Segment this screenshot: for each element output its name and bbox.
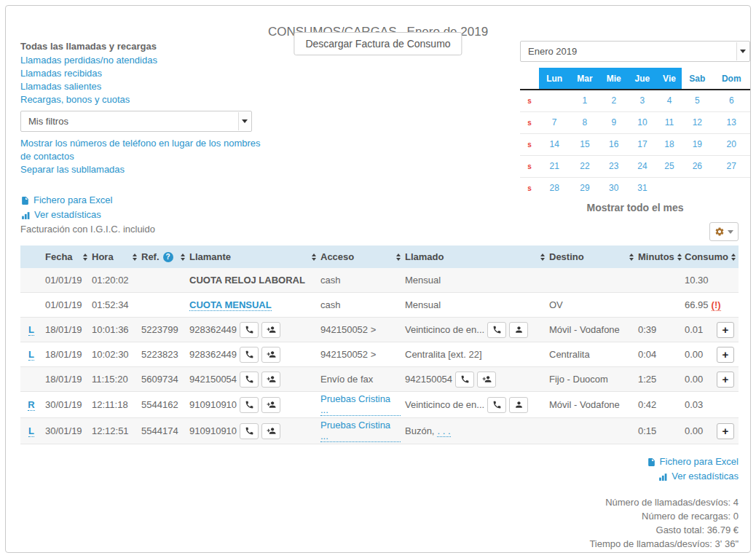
- stats-link[interactable]: Ver estadísticas: [672, 469, 739, 484]
- sort-arrows-icon[interactable]: [540, 254, 545, 261]
- calendar-day-15[interactable]: 15: [580, 139, 589, 149]
- help-icon[interactable]: ?: [163, 252, 173, 262]
- toggle-link-1[interactable]: Separar las subllamadas: [20, 163, 264, 176]
- calendar-day-6[interactable]: 6: [729, 95, 734, 106]
- calendar-day-21[interactable]: 21: [550, 161, 559, 171]
- calendar-weekday-mie[interactable]: Mie: [599, 68, 628, 90]
- calendar-day-16[interactable]: 16: [609, 139, 618, 149]
- expand-row-button[interactable]: +: [717, 423, 734, 439]
- stats-link[interactable]: Ver estadísticas: [34, 208, 101, 222]
- person-add-icon: [481, 374, 492, 384]
- calendar-weekday-dom[interactable]: Dom: [713, 68, 750, 90]
- sort-arrows-icon[interactable]: [677, 254, 682, 261]
- week-select-link[interactable]: s: [520, 111, 539, 133]
- calendar-day-30[interactable]: 30: [609, 183, 618, 193]
- week-select-link[interactable]: s: [520, 90, 539, 111]
- excel-link[interactable]: Fichero para Excel: [34, 193, 112, 208]
- filter-link-3[interactable]: Recargas, bonos y cuotas: [20, 93, 272, 106]
- calendar-day-24[interactable]: 24: [637, 161, 647, 171]
- add-contact-button[interactable]: [261, 372, 280, 388]
- calendar-weekday-jue[interactable]: Jue: [628, 68, 657, 90]
- week-select-link[interactable]: s: [520, 155, 539, 177]
- calendar-day-25[interactable]: 25: [664, 161, 674, 171]
- calendar-day-12[interactable]: 12: [693, 117, 702, 127]
- calendar-day-7[interactable]: 7: [552, 117, 557, 127]
- calendar-day-20[interactable]: 20: [727, 139, 736, 149]
- add-contact-button[interactable]: [261, 397, 280, 413]
- sort-arrows-icon[interactable]: [133, 254, 137, 261]
- access-link[interactable]: Pruebas Cristina ...: [320, 393, 401, 416]
- caller-link[interactable]: CUOTA MENSUAL: [189, 299, 272, 311]
- calendar-weekday-sab[interactable]: Sab: [682, 68, 712, 90]
- add-contact-button[interactable]: [261, 347, 280, 363]
- call-type-link[interactable]: L: [28, 349, 34, 361]
- called-more-link[interactable]: . . .: [437, 425, 450, 437]
- add-contact-button[interactable]: [477, 372, 496, 388]
- calendar-weekday-mar[interactable]: Mar: [570, 68, 599, 90]
- sort-arrows-icon[interactable]: [83, 254, 87, 261]
- phone-handset-icon: [245, 374, 254, 384]
- calendar-day-26[interactable]: 26: [693, 161, 702, 171]
- call-button[interactable]: [487, 397, 506, 413]
- call-button[interactable]: [240, 322, 259, 338]
- calendar-day-22[interactable]: 22: [580, 161, 589, 171]
- calendar-day-18[interactable]: 18: [664, 139, 674, 149]
- call-type-link[interactable]: R: [28, 399, 34, 411]
- calendar-day-13[interactable]: 13: [727, 117, 736, 127]
- month-select[interactable]: Enero 2019: [520, 41, 750, 62]
- sort-arrows-icon[interactable]: [731, 254, 736, 261]
- calendar-day-23[interactable]: 23: [609, 161, 618, 171]
- week-select-link[interactable]: s: [520, 133, 539, 155]
- calendar-day-10[interactable]: 10: [637, 117, 647, 127]
- call-button[interactable]: [240, 397, 259, 413]
- call-button[interactable]: [455, 372, 474, 388]
- expand-row-button[interactable]: +: [717, 322, 734, 338]
- sort-arrows-icon[interactable]: [396, 254, 401, 261]
- calendar-day-28[interactable]: 28: [550, 183, 559, 193]
- filter-link-2[interactable]: Llamadas salientes: [20, 80, 272, 93]
- view-contact-button[interactable]: [509, 322, 528, 338]
- my-filters-select[interactable]: Mis filtros: [20, 111, 252, 132]
- cost-alert-link[interactable]: (!): [712, 299, 721, 311]
- calendar-weekday-vie[interactable]: Vie: [657, 68, 682, 90]
- calendar-day-14[interactable]: 14: [550, 139, 559, 149]
- add-contact-button[interactable]: [261, 322, 280, 338]
- calendar-day-1[interactable]: 1: [583, 95, 588, 106]
- view-contact-button[interactable]: [509, 397, 528, 413]
- call-type-link[interactable]: L: [28, 425, 34, 437]
- calendar-day-3[interactable]: 3: [640, 95, 645, 106]
- show-all-month-label[interactable]: Mostrar todo el mes: [520, 202, 750, 213]
- week-select-link[interactable]: s: [520, 177, 539, 199]
- sort-arrows-icon[interactable]: [629, 254, 634, 261]
- calendar-day-29[interactable]: 29: [580, 183, 589, 193]
- call-button[interactable]: [240, 372, 259, 388]
- calendar-weekday-lun[interactable]: Lun: [539, 68, 570, 90]
- table-settings-button[interactable]: [709, 222, 739, 241]
- calendar-day-19[interactable]: 19: [693, 139, 702, 149]
- calendar-day-8[interactable]: 8: [583, 117, 588, 127]
- calendar-day-4[interactable]: 4: [667, 95, 672, 106]
- filter-link-0[interactable]: Llamadas perdidas/no atendidas: [20, 54, 272, 67]
- access-link[interactable]: Pruebas Cristina ...: [320, 420, 401, 442]
- calendar-day-27[interactable]: 27: [727, 161, 736, 171]
- calendar-day-9[interactable]: 9: [611, 117, 616, 127]
- call-button[interactable]: [487, 322, 506, 338]
- filter-link-1[interactable]: Llamadas recibidas: [20, 67, 272, 80]
- call-button[interactable]: [240, 347, 259, 363]
- expand-row-button[interactable]: +: [717, 372, 734, 388]
- calendar-day-2[interactable]: 2: [611, 95, 616, 106]
- sort-arrows-icon[interactable]: [181, 254, 185, 261]
- calendar-day-11[interactable]: 11: [665, 117, 674, 127]
- calendar-day-31[interactable]: 31: [637, 183, 647, 193]
- toggle-link-0[interactable]: Mostrar los números de teléfono en lugar…: [20, 137, 264, 163]
- call-type-link[interactable]: L: [28, 324, 34, 336]
- calendar-day-17[interactable]: 17: [637, 139, 647, 149]
- download-invoice-button[interactable]: Descargar Factura de Consumo: [294, 32, 462, 55]
- call-button[interactable]: [240, 423, 259, 439]
- add-contact-button[interactable]: [261, 423, 280, 439]
- expand-row-button[interactable]: +: [717, 347, 734, 363]
- excel-link[interactable]: Fichero para Excel: [660, 455, 739, 469]
- sort-arrows-icon[interactable]: [312, 254, 316, 261]
- calendar-day-5[interactable]: 5: [695, 95, 700, 106]
- calendar-day-cell: 1: [570, 90, 599, 111]
